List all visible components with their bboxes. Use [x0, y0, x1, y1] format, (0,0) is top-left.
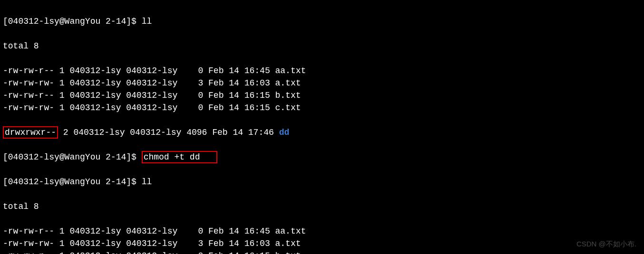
dir-name: dd	[279, 128, 290, 137]
command-ll: ll	[142, 177, 152, 187]
prompt: [040312-lsy@WangYou 2-14]$	[3, 17, 142, 26]
file-name: a.txt	[275, 239, 301, 248]
total-line: total 8	[3, 200, 643, 213]
list-row: -rw-rw-rw- 1 040312-lsy 040312-lsy 3 Feb…	[3, 77, 643, 89]
prompt: [040312-lsy@WangYou 2-14]$	[3, 177, 142, 187]
list-row: -rw-rw-r-- 1 040312-lsy 040312-lsy 0 Feb…	[3, 65, 643, 77]
list-row: -rw-rw-r-- 1 040312-lsy 040312-lsy 0 Feb…	[3, 250, 643, 254]
prompt: [040312-lsy@WangYou 2-14]$	[3, 152, 142, 162]
file-name: b.txt	[275, 91, 301, 100]
list-row-dir: drwxrwxr-- 2 040312-lsy 040312-lsy 4096 …	[3, 126, 643, 139]
command-ll: ll	[142, 17, 152, 26]
watermark: CSDN @不如小布.	[576, 238, 636, 250]
terminal-output: [040312-lsy@WangYou 2-14]$ ll total 8 -r…	[0, 0, 644, 254]
file-name: aa.txt	[275, 226, 306, 236]
list-row: -rw-rw-r-- 1 040312-lsy 040312-lsy 0 Feb…	[3, 225, 643, 237]
file-name: b.txt	[275, 251, 301, 254]
total-line: total 8	[3, 40, 643, 52]
list-row: -rw-rw-rw- 1 040312-lsy 040312-lsy 0 Feb…	[3, 102, 643, 114]
highlight-chmod-command: chmod +t dd	[142, 151, 217, 163]
file-name: aa.txt	[275, 66, 306, 75]
file-name: a.txt	[275, 78, 301, 88]
highlight-perms-1: drwxrwxr--	[3, 126, 58, 139]
list-row: -rw-rw-rw- 1 040312-lsy 040312-lsy 3 Feb…	[3, 237, 643, 250]
list-row: -rw-rw-r-- 1 040312-lsy 040312-lsy 0 Feb…	[3, 89, 643, 102]
file-name: c.txt	[275, 103, 301, 113]
